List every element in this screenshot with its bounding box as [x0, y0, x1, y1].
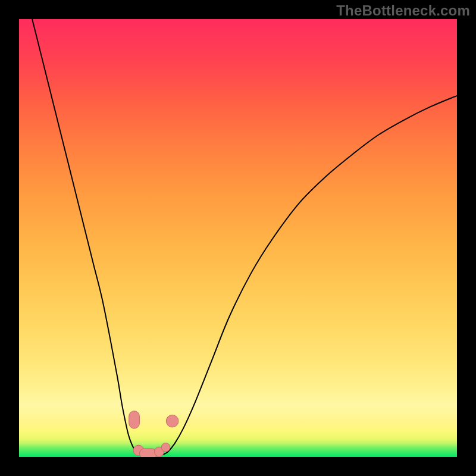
- chart-container: TheBottleneck.com: [0, 0, 476, 476]
- watermark-text: TheBottleneck.com: [336, 2, 470, 19]
- plot-area: [19, 19, 457, 457]
- data-marker: [129, 411, 140, 428]
- data-marker: [161, 443, 170, 452]
- data-marker: [166, 415, 178, 427]
- data-markers: [19, 19, 457, 457]
- markers-group: [129, 411, 178, 457]
